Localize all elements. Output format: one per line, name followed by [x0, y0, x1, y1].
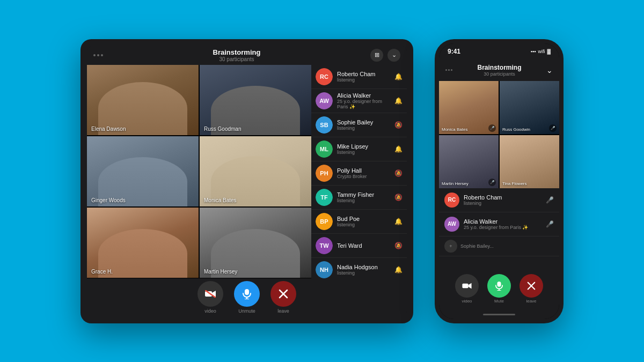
phone-chevron-down-icon[interactable]: ⌄ [546, 66, 553, 75]
participant-status-ph: Crypto Broker [337, 174, 390, 179]
list-item[interactable]: TW Teri Ward 🔕 [311, 234, 407, 258]
list-item[interactable]: AW Alicia Walker 25 y.o. designer from P… [311, 89, 407, 113]
phone-dots [445, 69, 452, 71]
list-item[interactable]: PH Polly Hall Crypto Broker 🔕 [311, 161, 407, 186]
wifi-icon: wifi [538, 49, 545, 54]
list-item[interactable]: ML Mike Lipsey listening 🔔 [311, 137, 407, 161]
avatar-circle-sb: SB [316, 116, 333, 134]
phone-more-participants: + Sophie Bailey... [439, 237, 559, 256]
list-item[interactable]: SB Sophie Bailey listening 🔕 [311, 113, 407, 137]
svg-rect-8 [497, 282, 501, 287]
phone-mute-button[interactable]: Mute [487, 274, 511, 304]
participant-status-rc: listening [337, 77, 390, 83]
participant-info-rc: Roberto Cham listening [337, 71, 390, 83]
leave-control-button[interactable]: leave [270, 281, 296, 314]
leave-label: leave [277, 308, 289, 314]
list-item[interactable]: TF Tammy Fisher listening 🔕 [311, 186, 407, 210]
participant-name-sb: Sophie Bailey [337, 119, 390, 125]
video-cell-russ: Russ Goodman [200, 65, 311, 135]
avatar-circle-nh: NH [316, 261, 333, 278]
participant-info-bp: Bud Poe listening [337, 216, 390, 227]
home-bar [483, 314, 515, 315]
phone-mic-icon-rc: 🎤 [546, 196, 554, 204]
phone-status-bar: 9:41 ▪▪▪ wifi ▓ [439, 43, 559, 60]
video-label-martin: Martin Hersey [204, 269, 237, 275]
phone-avatar-rc: RC [444, 193, 459, 208]
avatar-ml: ML [316, 141, 333, 158]
phone-leave-circle [519, 274, 543, 298]
video-label-russ: Russ Goodman [204, 126, 241, 132]
mute-control-button[interactable]: Unmute [234, 281, 260, 314]
phone-avatar-circle-aw: AW [444, 217, 459, 232]
phone-dot3 [451, 69, 452, 71]
participant-status-ml: listening [337, 150, 390, 155]
avatar-rc: RC [316, 68, 333, 85]
mic-muted-icon-tw: 🔕 [394, 242, 402, 249]
phone-top-bar: Brainstorming 30 participants ⌄ [439, 60, 559, 81]
phone-video-label: video [462, 299, 472, 304]
dot2 [97, 54, 99, 56]
phone-video-cell-tina: Tina Flowers [500, 135, 559, 188]
video-label: video [204, 308, 216, 314]
battery-icon: ▓ [547, 49, 551, 54]
participant-info-sb: Sophie Bailey listening [337, 119, 390, 131]
phone-controls: video Mute [439, 268, 559, 311]
video-control-button[interactable]: video [197, 281, 223, 314]
mic-muted-icon-ph: 🔕 [394, 169, 402, 177]
tablet-meeting-title: Brainstorming [213, 48, 261, 56]
participant-info-nh: Nadia Hodgson listening [337, 264, 390, 276]
phone-list-item-rc[interactable]: RC Roberto Cham listening 🎤 [439, 188, 559, 212]
avatar-circle-tf: TF [316, 189, 333, 206]
list-item[interactable]: NH Nadia Hodgson listening 🔔 [311, 258, 407, 278]
avatar-sb: SB [316, 116, 333, 134]
tablet-dots [93, 54, 103, 56]
video-circle [197, 281, 223, 307]
video-cell-grace: Grace H. [87, 208, 199, 278]
phone-participant-status-aw: 25 y.o. designer from Paris ✨ [464, 225, 541, 230]
avatar-aw: AW [316, 92, 333, 109]
tablet-controls: video Unmute [87, 278, 407, 317]
tablet-content: Elena Dawson Russ Goodman Ginger Woods [87, 65, 407, 278]
participant-info-ml: Mike Lipsey listening [337, 143, 390, 155]
avatar-nh: NH [316, 261, 333, 278]
phone-mic-icon-aw: 🎤 [546, 220, 554, 228]
tablet-device: Brainstorming 30 participants ⊞ ⌄ Elena [80, 39, 413, 323]
phone-status-icons: ▪▪▪ wifi ▓ [531, 49, 551, 54]
chevron-down-icon[interactable]: ⌄ [387, 49, 400, 62]
svg-rect-7 [462, 284, 468, 289]
mute-circle [234, 281, 260, 307]
more-avatar: + [444, 240, 457, 253]
phone-list-item-aw[interactable]: AW Alicia Walker 25 y.o. designer from P… [439, 212, 559, 237]
phone-video-label-russ: Russ Goodwin [502, 127, 530, 132]
dot3 [101, 54, 103, 56]
svg-rect-2 [245, 289, 249, 295]
avatar-circle-tw: TW [316, 237, 333, 254]
video-cell-martin: Martin Hersey [200, 208, 311, 278]
phone-dot2 [448, 69, 450, 71]
avatar-ph: PH [316, 165, 333, 182]
participant-name-nh: Nadia Hodgson [337, 264, 390, 270]
grid-view-button[interactable]: ⊞ [370, 49, 383, 62]
participant-info-tw: Teri Ward [337, 242, 390, 249]
phone-video-cell-martin: Martin Hersey 🎤 [439, 135, 499, 188]
phone-video-button[interactable]: video [455, 274, 479, 304]
mic-icon-ml: 🔔 [394, 145, 402, 153]
participant-name-bp: Bud Poe [337, 216, 390, 222]
mic-icon-rc: 🔔 [394, 73, 402, 80]
avatar-tf: TF [316, 189, 333, 206]
phone-leave-button[interactable]: leave [519, 274, 543, 304]
mic-icon-aw: 🔔 [394, 97, 402, 105]
list-item[interactable]: RC Roberto Cham listening 🔔 [311, 65, 407, 89]
list-item[interactable]: BP Bud Poe listening 🔔 [311, 210, 407, 234]
phone-video-label-monica: Monica Bates [442, 127, 467, 132]
phone-mic-badge-monica: 🎤 [488, 124, 496, 132]
phone-video-label-tina: Tina Flowers [502, 181, 527, 186]
participant-info-tf: Tammy Fisher listening [337, 191, 390, 203]
leave-circle [270, 281, 296, 307]
participant-info-ph: Polly Hall Crypto Broker [337, 167, 390, 179]
phone-video-circle [455, 274, 479, 298]
video-cell-elena: Elena Dawson [87, 65, 199, 135]
phone-time: 9:41 [448, 48, 460, 55]
avatar-bp: BP [316, 213, 333, 230]
video-grid: Elena Dawson Russ Goodman Ginger Woods [87, 65, 311, 278]
